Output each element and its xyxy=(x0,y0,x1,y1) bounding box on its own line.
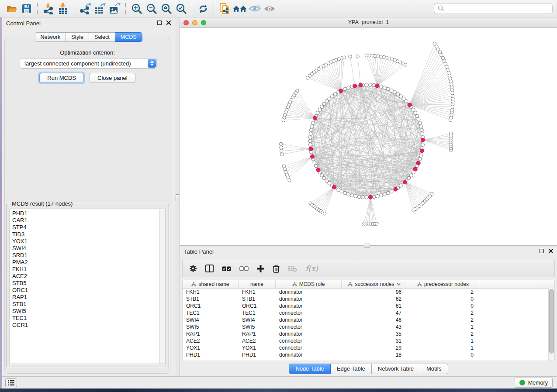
network-graph[interactable] xyxy=(180,28,557,245)
mcds-result-item[interactable]: STB1 xyxy=(10,301,166,308)
first-neighbors-button[interactable] xyxy=(232,2,247,15)
tab-network-table[interactable]: Network Table xyxy=(372,364,420,374)
mcds-result-item[interactable]: SRD1 xyxy=(10,252,166,259)
tab-node-table[interactable]: Node Table xyxy=(289,364,331,374)
show-all-button[interactable] xyxy=(262,2,277,15)
deselect-all-icon[interactable] xyxy=(239,266,249,271)
column-header-predecessor-nodes[interactable]: predecessor nodes xyxy=(407,280,479,288)
result-list-scrollbar[interactable] xyxy=(159,209,166,364)
mcds-result-item[interactable]: TEC1 xyxy=(10,315,166,322)
table-scrollbar-thumb[interactable] xyxy=(549,289,554,354)
table-cell: connector xyxy=(276,324,342,330)
table-cell: 0 xyxy=(407,303,479,309)
import-table-icon xyxy=(58,3,69,14)
mcds-result-item[interactable]: RAP1 xyxy=(10,294,166,301)
zoom-fit-icon xyxy=(161,3,172,14)
column-selector-icon[interactable] xyxy=(205,265,214,272)
toolbar-separator xyxy=(74,3,75,14)
table-row[interactable]: ACE2ACE2connector311 xyxy=(183,337,554,344)
tab-select[interactable]: Select xyxy=(89,32,115,42)
mcds-result-item[interactable]: CAR1 xyxy=(10,217,166,224)
mcds-result-item[interactable]: ORC1 xyxy=(10,287,166,294)
search-input[interactable] xyxy=(447,5,549,12)
import-table-button[interactable] xyxy=(56,2,71,15)
column-mapping-icon xyxy=(348,282,353,286)
column-header-name[interactable]: name xyxy=(239,280,276,288)
hide-selected-button[interactable] xyxy=(247,2,262,15)
tab-style[interactable]: Style xyxy=(66,32,89,42)
export-table-button[interactable] xyxy=(93,2,107,15)
mcds-result-item[interactable]: STP4 xyxy=(10,224,166,231)
horizontal-splitter-handle[interactable] xyxy=(364,244,370,248)
table-row[interactable]: ORC1ORC1dominator610 xyxy=(183,303,554,309)
zoom-out-button[interactable] xyxy=(144,2,159,15)
mcds-result-item[interactable]: PMA2 xyxy=(10,259,166,266)
table-cell: FKH1 xyxy=(183,289,239,295)
zoom-in-button[interactable] xyxy=(129,2,144,15)
mcds-result-item[interactable]: GCR1 xyxy=(10,322,166,329)
close-panel-icon[interactable] xyxy=(549,249,553,253)
panel-splitter[interactable] xyxy=(175,17,180,376)
table-row[interactable]: SWI5SWI5connector431 xyxy=(183,323,554,330)
tab-mcds[interactable]: MCDS xyxy=(115,32,142,42)
function-builder-icon[interactable]: f(x) xyxy=(305,264,318,273)
table-cell: 2 xyxy=(407,289,479,295)
table-row[interactable]: STB1STB1dominator620 xyxy=(183,296,554,303)
table-cell: 47 xyxy=(342,310,407,316)
select-all-icon[interactable] xyxy=(222,266,231,271)
column-header-successor-nodes[interactable]: successor nodes xyxy=(342,280,407,288)
network-view-canvas[interactable] xyxy=(180,28,557,245)
table-cell: 1 xyxy=(407,345,479,351)
close-panel-icon[interactable] xyxy=(166,21,171,25)
save-session-button[interactable] xyxy=(19,2,34,15)
criterion-dropdown[interactable]: largest connected component (undirected) xyxy=(20,58,157,69)
network-window-titlebar[interactable]: YPA_prune.txt_1 xyxy=(180,17,557,28)
table-row[interactable]: PHD1PHD1dominator180 xyxy=(183,351,554,358)
mcds-result-item[interactable]: PHD1 xyxy=(10,210,166,217)
chevron-down-icon[interactable] xyxy=(397,283,401,285)
mcds-result-item[interactable]: YOX1 xyxy=(10,238,166,245)
table-scrollbar-track[interactable] xyxy=(548,288,554,361)
column-header-shared-name[interactable]: shared name xyxy=(183,280,239,288)
mcds-result-item[interactable]: SWI5 xyxy=(10,308,166,315)
table-row[interactable]: FKH1FKH1dominator962 xyxy=(183,289,554,296)
mcds-result-item[interactable]: ACE2 xyxy=(10,273,166,280)
network-search-field[interactable] xyxy=(434,3,553,14)
tab-edge-table[interactable]: Edge Table xyxy=(331,364,372,374)
mcds-result-item[interactable]: FKH1 xyxy=(10,266,166,273)
import-network-button[interactable] xyxy=(41,2,56,15)
zoom-selected-button[interactable] xyxy=(174,2,189,15)
duplicate-network-button[interactable] xyxy=(218,2,232,15)
run-mcds-button[interactable]: Run MCDS xyxy=(39,73,84,83)
status-bar: Memory xyxy=(2,376,557,389)
mcds-result-listbox[interactable]: PHD1CAR1STP4TID3YOX1SWI4SRD1PMA2FKH1ACE2… xyxy=(10,209,166,364)
refresh-view-button[interactable] xyxy=(196,2,211,15)
table-mode-gear-icon[interactable] xyxy=(189,265,197,272)
export-image-button[interactable] xyxy=(107,2,122,15)
mcds-result-item[interactable]: TID3 xyxy=(10,231,166,238)
memory-button[interactable]: Memory xyxy=(515,378,553,388)
close-panel-button[interactable]: Close panel xyxy=(90,73,135,83)
table-row[interactable]: SWI4SWI4dominator462 xyxy=(183,316,554,323)
float-panel-icon[interactable] xyxy=(157,21,162,25)
export-network-button[interactable] xyxy=(78,2,93,15)
tab-network[interactable]: Network xyxy=(35,32,66,42)
zoom-fit-button[interactable] xyxy=(159,2,174,15)
open-session-button[interactable] xyxy=(4,2,19,15)
table-cell: ORC1 xyxy=(183,303,239,309)
table-cell: SWI4 xyxy=(239,317,276,323)
table-row[interactable]: YOX1YOX1connector291 xyxy=(183,344,554,351)
mcds-result-item[interactable]: SWI4 xyxy=(10,245,166,252)
table-cell: FKH1 xyxy=(239,289,276,295)
column-header-mcds-role[interactable]: MCDS role xyxy=(276,280,342,288)
add-column-icon[interactable] xyxy=(257,265,264,272)
float-panel-icon[interactable] xyxy=(540,249,544,253)
mcds-result-item[interactable]: STB5 xyxy=(10,280,166,287)
task-history-button[interactable] xyxy=(5,378,17,387)
delete-table-icon[interactable] xyxy=(288,265,297,272)
table-row[interactable]: TEC1TEC1connector472 xyxy=(183,309,554,316)
delete-columns-trash-icon[interactable] xyxy=(273,265,280,273)
table-row[interactable]: RAP1RAP1dominator352 xyxy=(183,330,554,337)
splitter-handle[interactable] xyxy=(176,194,179,201)
tab-motifs[interactable]: Motifs xyxy=(420,364,448,374)
